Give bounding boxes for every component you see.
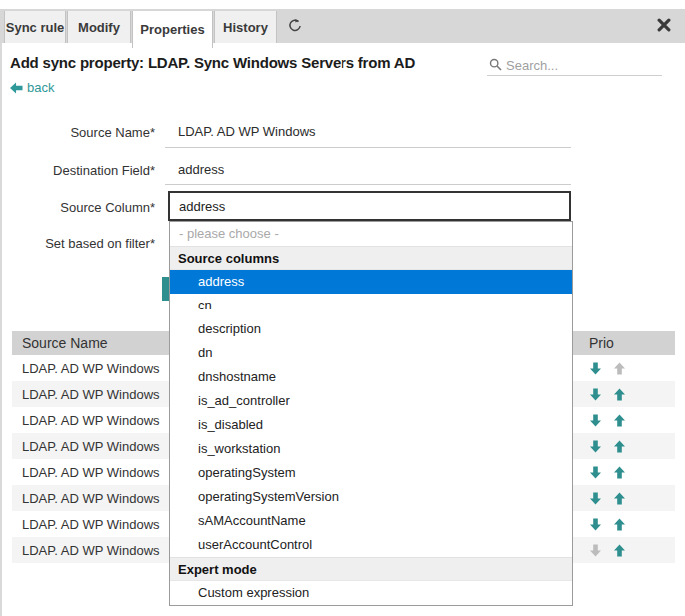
back-arrow-icon	[10, 82, 23, 94]
destination-field-label: Destination Field*	[0, 163, 155, 178]
source-column-dropdown: - please choose -Source columnsaddresscn…	[169, 221, 573, 606]
tab-properties[interactable]: Properties	[132, 11, 213, 48]
source-name-value: LDAP. AD WP Windows	[178, 124, 316, 139]
dropdown-option[interactable]: is_ad_controller	[170, 389, 572, 413]
dropdown-option[interactable]: address	[170, 270, 572, 294]
dropdown-group-header: Source columns	[170, 246, 572, 270]
dropdown-option[interactable]: cn	[170, 294, 572, 317]
source-column-input[interactable]	[168, 191, 571, 221]
dropdown-option[interactable]: Custom expression	[170, 581, 572, 605]
priority-up-icon[interactable]	[613, 414, 626, 427]
page-title: Add sync property: LDAP. Sync Windows Se…	[10, 54, 415, 71]
search-icon	[489, 58, 502, 71]
column-header-prio[interactable]: Prio	[577, 335, 675, 351]
priority-up-icon[interactable]	[613, 492, 626, 505]
row-prio-cell	[577, 518, 675, 531]
dropdown-option[interactable]: dn	[170, 341, 572, 365]
destination-field-underline	[165, 184, 571, 185]
dropdown-option[interactable]: description	[170, 317, 572, 341]
row-prio-cell	[577, 544, 675, 557]
row-prio-cell	[577, 362, 675, 375]
dropdown-option[interactable]: sAMAccountName	[170, 509, 572, 533]
priority-up-icon	[613, 362, 626, 375]
priority-down-icon[interactable]	[589, 492, 602, 505]
dropdown-option[interactable]: userAccountControl	[170, 533, 572, 557]
priority-up-icon[interactable]	[613, 440, 626, 453]
priority-down-icon[interactable]	[589, 414, 602, 427]
source-name-underline	[165, 147, 571, 148]
search-input[interactable]	[506, 58, 646, 73]
row-prio-cell	[577, 388, 675, 401]
dropdown-option[interactable]: is_disabled	[170, 413, 572, 437]
priority-up-icon[interactable]	[613, 544, 626, 557]
priority-down-icon	[589, 544, 602, 557]
priority-up-icon[interactable]	[613, 518, 626, 531]
refresh-icon[interactable]	[287, 18, 305, 36]
back-link[interactable]: back	[10, 80, 54, 95]
set-based-on-filter-label: Set based on filter*	[0, 236, 155, 251]
source-column-label: Source Column*	[0, 200, 155, 215]
tab-sync-rule[interactable]: Sync rule	[4, 11, 66, 43]
priority-down-icon[interactable]	[589, 440, 602, 453]
search-field[interactable]	[487, 56, 662, 76]
dropdown-option[interactable]: dnshostname	[170, 365, 572, 389]
dropdown-option[interactable]: is_workstation	[170, 437, 572, 461]
priority-up-icon[interactable]	[613, 388, 626, 401]
dropdown-option[interactable]: operatingSystem	[170, 461, 572, 485]
priority-down-icon[interactable]	[589, 466, 602, 479]
priority-down-icon[interactable]	[589, 362, 602, 375]
close-icon[interactable]	[657, 18, 673, 34]
priority-down-icon[interactable]	[589, 388, 602, 401]
sync-property-window: Sync ruleModifyPropertiesHistory Add syn…	[0, 0, 685, 616]
tab-modify[interactable]: Modify	[67, 11, 131, 43]
tab-bar: Sync ruleModifyPropertiesHistory	[0, 9, 685, 43]
destination-field-value: address	[178, 162, 224, 177]
back-link-label: back	[27, 80, 54, 95]
priority-down-icon[interactable]	[589, 518, 602, 531]
dropdown-option[interactable]: operatingSystemVersion	[170, 485, 572, 509]
dropdown-group-header: Expert mode	[170, 557, 572, 581]
tab-history[interactable]: History	[214, 11, 277, 43]
priority-up-icon[interactable]	[613, 466, 626, 479]
source-name-label: Source Name*	[0, 125, 155, 140]
dropdown-option-placeholder[interactable]: - please choose -	[170, 222, 572, 246]
row-prio-cell	[577, 466, 675, 479]
row-prio-cell	[577, 414, 675, 427]
row-prio-cell	[577, 492, 675, 505]
row-prio-cell	[577, 440, 675, 453]
